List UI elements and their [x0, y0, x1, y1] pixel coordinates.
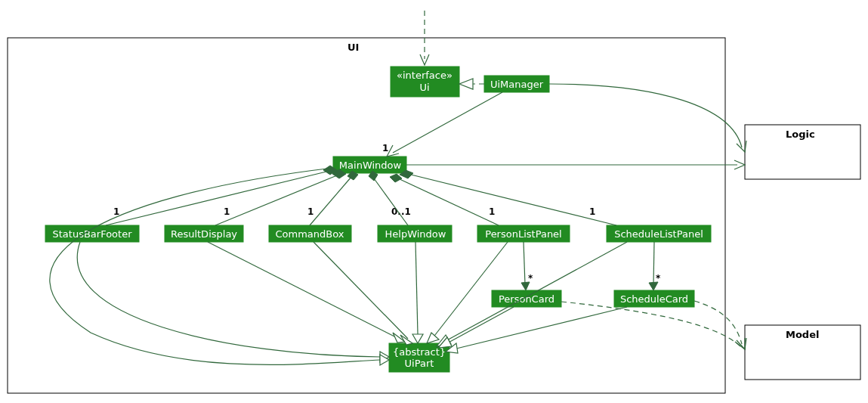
edge-sc-uipart [446, 307, 627, 353]
edge-mw-statusbarfooter [106, 166, 337, 225]
package-model-label: Model [786, 329, 819, 340]
node-statusbarfooter: StatusBarFooter [45, 225, 139, 242]
edge-pc-uipart [438, 307, 514, 348]
node-helpwindow-label: HelpWindow [385, 228, 446, 240]
node-personlistpanel: PersonListPanel [477, 225, 570, 242]
uml-class-diagram: UI Logic Model «interface» Ui UiManager … [0, 0, 868, 403]
node-ui-interface-line1: «interface» [397, 70, 453, 81]
edge-rd-uipart [208, 242, 405, 343]
node-personcard: PersonCard [492, 290, 561, 307]
package-logic: Logic [745, 125, 860, 179]
edge-mw-helpwindow [369, 171, 408, 225]
edge-uimanager-to-logic [549, 84, 746, 152]
node-personlistpanel-label: PersonListPanel [485, 228, 561, 240]
node-ui-interface: «interface» Ui [391, 67, 459, 97]
node-commandbox: CommandBox [269, 225, 351, 242]
package-ui-label: UI [348, 42, 359, 53]
edge-mw-commandbox [310, 171, 358, 225]
edge-sbf-uipart [77, 242, 389, 362]
edge-hw-uipart [412, 242, 423, 343]
svg-marker-22 [521, 282, 530, 290]
edge-plp-personcard [521, 242, 530, 290]
node-statusbarfooter-label: StatusBarFooter [52, 228, 132, 240]
edge-personcard-to-model [561, 302, 745, 349]
edge-mw-schedulelistpanel [400, 170, 616, 225]
node-mainwindow-label: MainWindow [339, 160, 402, 171]
node-schedulecard: ScheduleCard [614, 290, 694, 307]
node-uipart-line2: UiPart [405, 358, 434, 369]
node-uimanager-label: UiManager [490, 79, 544, 90]
edge-mainwindow-to-logic [406, 160, 745, 169]
edge-schedulecard-to-model [694, 301, 746, 349]
edge-uimanager-to-mainwindow [387, 92, 502, 157]
edge-slp-uipart [437, 242, 627, 346]
node-ui-interface-line2: Ui [419, 82, 429, 93]
svg-marker-15 [459, 79, 473, 89]
node-schedulecard-label: ScheduleCard [620, 293, 688, 305]
mult-plp: 1 [489, 206, 495, 217]
node-commandbox-label: CommandBox [276, 228, 344, 240]
edge-mw-personlistpanel [390, 174, 499, 225]
svg-marker-28 [427, 333, 439, 343]
edge-mw-resultdisplay [215, 169, 346, 225]
mult-sbf: 1 [113, 206, 119, 217]
node-schedulelistpanel-label: ScheduleListPanel [614, 228, 703, 240]
node-schedulelistpanel: ScheduleListPanel [607, 225, 711, 242]
svg-marker-27 [412, 334, 423, 343]
package-model: Model [745, 325, 860, 380]
node-helpwindow: HelpWindow [378, 225, 452, 242]
edge-slp-schedulecard [649, 242, 658, 290]
node-mainwindow: MainWindow [333, 157, 406, 173]
node-personcard-label: PersonCard [499, 293, 554, 305]
svg-marker-23 [649, 282, 658, 290]
package-logic-label: Logic [786, 129, 815, 140]
mult-slp: 1 [589, 206, 595, 217]
edge-cb-uipart [314, 242, 412, 345]
mult-rd: 1 [224, 206, 230, 217]
mult-mainwindow: 1 [382, 143, 388, 153]
edge-uimanager-implements-ui [459, 79, 484, 89]
node-resultdisplay: ResultDisplay [165, 225, 243, 242]
mult-cb: 1 [307, 206, 314, 217]
node-uimanager: UiManager [484, 76, 549, 92]
node-resultdisplay-label: ResultDisplay [171, 228, 237, 240]
